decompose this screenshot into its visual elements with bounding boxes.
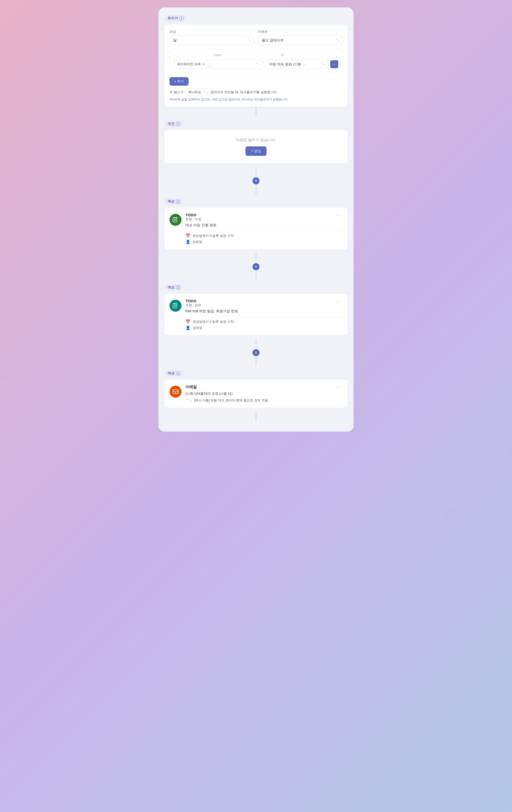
field-option-wrapper: 하나라도 bbox=[186, 89, 209, 95]
field-prefix: 위 필드가 bbox=[169, 90, 184, 94]
field-suffix: 업데이트 되었을 때, 워크플로우를 실행합니다. bbox=[211, 90, 278, 94]
email-subject: [시퀀스]제품/데모 요청 (스텝 #1) bbox=[186, 392, 343, 396]
action-date-meta-1: 📅 생성일에서 0 일후 일정 시작 bbox=[186, 233, 343, 238]
trigger-label: 트리거 i bbox=[164, 15, 187, 22]
to-select[interactable]: 미팅 약속 완료 (기본 ... bbox=[266, 59, 328, 69]
event-field-group: 이벤트 필드 업데이트 bbox=[258, 29, 343, 45]
action-header-2: TODO 유형 : 업무 ··· bbox=[186, 299, 343, 308]
action-title-1: 액션 bbox=[167, 199, 174, 204]
target-select-wrapper: 딜 bbox=[169, 35, 254, 45]
svg-rect-2 bbox=[173, 389, 178, 394]
action-label-3: 액션 i bbox=[164, 370, 183, 377]
connector-2: + bbox=[164, 167, 348, 194]
add-action-button-2[interactable]: + bbox=[252, 263, 260, 270]
main-container: 트리거 i 대상 딜 이벤트 필드 업데이트 bbox=[159, 7, 353, 432]
action-desc-1: 데모 미팅 진행 완료 bbox=[186, 223, 343, 228]
action-content-1: TODO 유형 : 미팅 ··· 데모 미팅 진행 완료 📅 생성일에서 0 일… bbox=[186, 213, 343, 244]
action-info-icon-1: i bbox=[176, 200, 180, 204]
connector-line-1 bbox=[256, 107, 256, 117]
trigger-info-text: From/To 값을 입력하지 않으면, 어떤 값으로 업데이트 되더라도 워크… bbox=[169, 97, 343, 102]
from-select[interactable] bbox=[211, 59, 263, 69]
target-select[interactable]: 딜 bbox=[169, 35, 254, 45]
action-title-text-2: TODO bbox=[186, 299, 201, 303]
action-titles-2: TODO 유형 : 업무 bbox=[186, 299, 201, 308]
event-select-wrapper: 필드 업데이트 bbox=[258, 35, 343, 45]
trigger-row: 대상 딜 이벤트 필드 업데이트 bbox=[169, 29, 343, 45]
trigger-card: 대상 딜 이벤트 필드 업데이트 bbox=[164, 25, 348, 107]
target-field-group: 대상 딜 bbox=[169, 29, 254, 45]
action-icon-1 bbox=[169, 214, 182, 226]
email-action-header: 이메일 ··· bbox=[186, 385, 343, 390]
condition-card: 적용된 필터가 없습니다. + 생성 bbox=[164, 130, 348, 163]
connector-4: + bbox=[164, 339, 348, 366]
create-filter-button[interactable]: + 생성 bbox=[245, 146, 267, 156]
trigger-info-icon: i bbox=[180, 16, 184, 20]
to-select-wrapper: 미팅 약속 완료 (기본 ... bbox=[266, 59, 328, 69]
pipeline-tag: 파이프라인 단계 ✕ bbox=[174, 60, 209, 69]
action-more-button-1[interactable]: ··· bbox=[335, 213, 343, 218]
action-date-text-2: 생성일에서 0 일후 일정 시작 bbox=[192, 319, 234, 324]
field-option-select[interactable]: 하나라도 bbox=[186, 89, 209, 95]
trigger-section: 트리거 i 대상 딜 이벤트 필드 업데이트 bbox=[164, 15, 348, 107]
action-card-3: 이메일 ··· [시퀀스]제품/데모 요청 (스텝 #1) ⌃⌄ [회사 이름]… bbox=[164, 380, 348, 408]
action-label-1: 액션 i bbox=[164, 198, 183, 205]
connector-line-6 bbox=[256, 339, 256, 349]
action-type-2: 유형 : 업무 bbox=[186, 303, 201, 308]
action-header-1: TODO 유형 : 미팅 ··· bbox=[186, 213, 343, 222]
no-filter-text: 적용된 필터가 없습니다. bbox=[169, 138, 343, 142]
connector-line-2 bbox=[256, 167, 256, 177]
trigger-title: 트리거 bbox=[167, 16, 178, 21]
connector-5 bbox=[164, 412, 348, 422]
action-titles-1: TODO 유형 : 미팅 bbox=[186, 213, 201, 222]
person-icon-2: 👤 bbox=[186, 325, 190, 330]
action-item-1: TODO 유형 : 미팅 ··· 데모 미팅 진행 완료 📅 생성일에서 0 일… bbox=[169, 213, 343, 244]
action-title-2: 액션 bbox=[167, 285, 174, 290]
connector-line-3 bbox=[256, 184, 256, 194]
action-item-3: 이메일 ··· [시퀀스]제품/데모 요청 (스텝 #1) ⌃⌄ [회사 이름]… bbox=[169, 385, 343, 403]
action-meta-1: 📅 생성일에서 0 일후 일정 시작 👤 정희영 bbox=[186, 233, 343, 244]
connector-line-5 bbox=[256, 270, 256, 280]
action-title-text-1: TODO bbox=[186, 213, 201, 217]
condition-info-icon: i bbox=[176, 122, 180, 126]
action-section-1: 액션 i TODO 유형 : 미팅 bbox=[164, 198, 348, 249]
action-more-button-2[interactable]: ··· bbox=[335, 299, 343, 304]
pipeline-tag-close[interactable]: ✕ bbox=[202, 62, 205, 66]
calendar-icon-2: 📅 bbox=[186, 319, 190, 324]
connector-line-7 bbox=[256, 356, 256, 366]
condition-section: 조건 i 적용된 필터가 없습니다. + 생성 bbox=[164, 121, 348, 163]
pipeline-tag-text: 파이프라인 단계 bbox=[177, 62, 201, 66]
to-label: To bbox=[280, 53, 338, 57]
remove-from-to-button[interactable]: − bbox=[330, 60, 338, 68]
action-item-2: TODO 유형 : 업무 ··· free trial 계정 발급, 회원가입 … bbox=[169, 299, 343, 330]
from-to-header: From To bbox=[174, 53, 338, 57]
action-title-3: 액션 bbox=[167, 371, 174, 376]
action-section-3: 액션 i 이메일 ··· [시퀀스]제품/데모 요청 (스텝 #1) bbox=[164, 370, 348, 408]
trigger-note-row: 위 필드가 하나라도 업데이트 되었을 때, 워크플로우를 실행합니다. bbox=[169, 89, 343, 95]
connector-line-4 bbox=[256, 253, 256, 263]
action-meta-2: 📅 생성일에서 0 일후 일정 시작 👤 정희영 bbox=[186, 319, 343, 330]
add-action-button-3[interactable]: + bbox=[252, 349, 260, 356]
from-label: From bbox=[214, 53, 271, 57]
connector-line-8 bbox=[256, 412, 256, 422]
event-select[interactable]: 필드 업데이트 bbox=[258, 35, 343, 45]
target-label: 대상 bbox=[169, 29, 254, 34]
action-assignee-text-2: 정희영 bbox=[192, 326, 202, 330]
add-condition-button[interactable]: + 추가 bbox=[169, 77, 189, 86]
add-action-button-1[interactable]: + bbox=[252, 177, 260, 184]
action-card-1: TODO 유형 : 미팅 ··· 데모 미팅 진행 완료 📅 생성일에서 0 일… bbox=[164, 208, 348, 249]
action-type-1: 유형 : 미팅 bbox=[186, 217, 201, 222]
action-more-button-3[interactable]: ··· bbox=[335, 385, 343, 390]
email-action-content: 이메일 ··· [시퀀스]제품/데모 요청 (스텝 #1) ⌃⌄ [회사 이름]… bbox=[186, 385, 343, 403]
action-divider-2 bbox=[186, 316, 343, 317]
action-icon-2 bbox=[169, 300, 182, 312]
action-icon-3 bbox=[169, 386, 182, 398]
from-to-card: From To 파이프라인 단계 ✕ 미팅 약속 bbox=[169, 49, 343, 73]
action-card-2: TODO 유형 : 업무 ··· free trial 계정 발급, 회원가입 … bbox=[164, 294, 348, 335]
connector-3: + bbox=[164, 253, 348, 280]
action-info-icon-3: i bbox=[176, 371, 180, 375]
action-label-2: 액션 i bbox=[164, 284, 183, 291]
email-action-title: 이메일 bbox=[186, 385, 197, 389]
condition-label: 조건 i bbox=[164, 121, 183, 127]
action-assignee-meta-2: 👤 정희영 bbox=[186, 325, 343, 330]
chevron-icon: ⌃⌄ bbox=[186, 398, 192, 403]
